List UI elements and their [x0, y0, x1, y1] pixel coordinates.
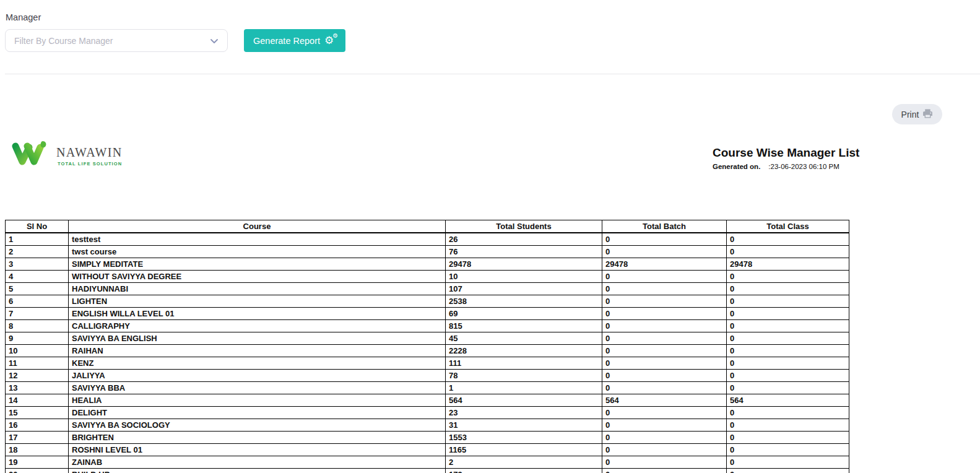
generated-on-label: Generated on.	[713, 163, 760, 170]
generate-report-button[interactable]: Generate Report ⚙⚙	[244, 29, 345, 52]
table-cell: 1553	[446, 431, 602, 443]
table-cell: 0	[727, 443, 849, 456]
table-cell: 9	[6, 332, 69, 344]
manager-field-label: Manager	[6, 12, 41, 22]
section-divider	[5, 74, 980, 74]
table-row: 1testtest2600	[6, 233, 849, 246]
table-cell: SAVIYYA BA ENGLISH	[69, 332, 446, 344]
table-row: 17BRIGHTEN155300	[6, 431, 849, 443]
table-cell: 4	[6, 270, 69, 282]
generated-on-value: :23-06-2023 06:10 PM	[768, 163, 839, 170]
table-row: 8CALLIGRAPHY81500	[6, 319, 849, 332]
table-cell: 107	[446, 282, 602, 295]
table-cell: RAIHAN	[69, 344, 446, 357]
table-cell: SAVIYYA BBA	[69, 381, 446, 394]
table-cell: 29478	[602, 258, 727, 270]
table-cell: 0	[727, 307, 849, 319]
table-cell: HEALIA	[69, 394, 446, 406]
table-header-cell: Sl No	[6, 220, 69, 233]
table-cell: 0	[727, 233, 849, 246]
table-row: 16SAVIYYA BA SOCIOLOGY3100	[6, 419, 849, 431]
course-manager-filter-placeholder: Filter By Course Manager	[14, 36, 113, 46]
table-cell: 2228	[446, 344, 602, 357]
table-cell: 0	[602, 270, 727, 282]
table-row: 19ZAINAB200	[6, 456, 849, 468]
table-cell: 0	[727, 357, 849, 369]
table-cell: 29478	[727, 258, 849, 270]
table-cell: twst course	[69, 245, 446, 258]
print-button[interactable]: Print	[892, 104, 942, 124]
table-cell: 13	[6, 381, 69, 394]
table-cell: 29478	[446, 258, 602, 270]
table-cell: 1	[6, 233, 69, 246]
table-cell: 18	[6, 443, 69, 456]
table-cell: 0	[602, 381, 727, 394]
table-cell: ENGLISH WILLA LEVEL 01	[69, 307, 446, 319]
table-cell: 17	[6, 431, 69, 443]
table-cell: 6	[6, 295, 69, 307]
table-cell: 0	[602, 282, 727, 295]
table-cell: KENZ	[69, 357, 446, 369]
table-cell: 564	[446, 394, 602, 406]
course-manager-filter-select[interactable]: Filter By Course Manager	[5, 29, 228, 52]
table-cell: 19	[6, 456, 69, 468]
table-row: 10RAIHAN222800	[6, 344, 849, 357]
table-cell: 0	[602, 456, 727, 468]
table-cell: JALIYYA	[69, 369, 446, 381]
table-cell: 0	[602, 233, 727, 246]
table-cell: testtest	[69, 233, 446, 246]
table-cell: 3	[6, 258, 69, 270]
table-row: 20BUILD UP17300	[6, 468, 849, 473]
table-row: 12JALIYYA7800	[6, 369, 849, 381]
table-cell: 0	[602, 431, 727, 443]
table-cell: LIGHTEN	[69, 295, 446, 307]
table-row: 15DELIGHT2300	[6, 406, 849, 419]
table-header-cell: Total Class	[727, 220, 849, 233]
table-cell: ZAINAB	[69, 456, 446, 468]
gears-icon: ⚙⚙	[324, 35, 334, 46]
table-cell: 0	[602, 332, 727, 344]
table-cell: 0	[602, 307, 727, 319]
table-cell: 76	[446, 245, 602, 258]
table-row: 11KENZ11100	[6, 357, 849, 369]
table-row: 4WITHOUT SAVIYYA DEGREE1000	[6, 270, 849, 282]
table-cell: 0	[602, 295, 727, 307]
nawawin-logo-mark-icon	[11, 140, 48, 170]
table-cell: 0	[727, 468, 849, 473]
table-cell: 0	[727, 369, 849, 381]
printer-icon	[922, 108, 933, 121]
table-header-row: Sl NoCourseTotal StudentsTotal BatchTota…	[6, 220, 849, 233]
logo-tagline: TOTAL LIFE SOLUTION	[58, 161, 123, 167]
table-cell: 2	[6, 245, 69, 258]
report-title: Course Wise Manager List	[713, 146, 859, 160]
table-row: 3SIMPLY MEDITATE294782947829478	[6, 258, 849, 270]
table-cell: CALLIGRAPHY	[69, 319, 446, 332]
table-cell: 78	[446, 369, 602, 381]
table-cell: 8	[6, 319, 69, 332]
report-generated-line: Generated on.:23-06-2023 06:10 PM	[713, 163, 839, 170]
table-cell: 5	[6, 282, 69, 295]
table-cell: BUILD UP	[69, 468, 446, 473]
table-cell: 10	[6, 344, 69, 357]
table-row: 7ENGLISH WILLA LEVEL 016900	[6, 307, 849, 319]
print-button-label: Print	[901, 110, 919, 119]
table-row: 14HEALIA564564564	[6, 394, 849, 406]
table-cell: 0	[602, 319, 727, 332]
table-row: 18ROSHNI LEVEL 01116500	[6, 443, 849, 456]
table-cell: 173	[446, 468, 602, 473]
table-header-cell: Course	[69, 220, 446, 233]
chevron-down-icon	[210, 38, 219, 44]
course-wise-manager-table: Sl NoCourseTotal StudentsTotal BatchTota…	[5, 220, 849, 473]
table-cell: 1	[446, 381, 602, 394]
company-logo: NAWAWIN TOTAL LIFE SOLUTION	[11, 140, 123, 170]
table-cell: 0	[727, 319, 849, 332]
table-cell: 0	[727, 381, 849, 394]
table-cell: 0	[602, 245, 727, 258]
table-row: 5HADIYUNNABI10700	[6, 282, 849, 295]
table-cell: 2	[446, 456, 602, 468]
table-cell: 45	[446, 332, 602, 344]
table-cell: 20	[6, 468, 69, 473]
table-cell: 0	[727, 282, 849, 295]
logo-company-name: NAWAWIN	[56, 145, 123, 160]
table-cell: 0	[727, 431, 849, 443]
